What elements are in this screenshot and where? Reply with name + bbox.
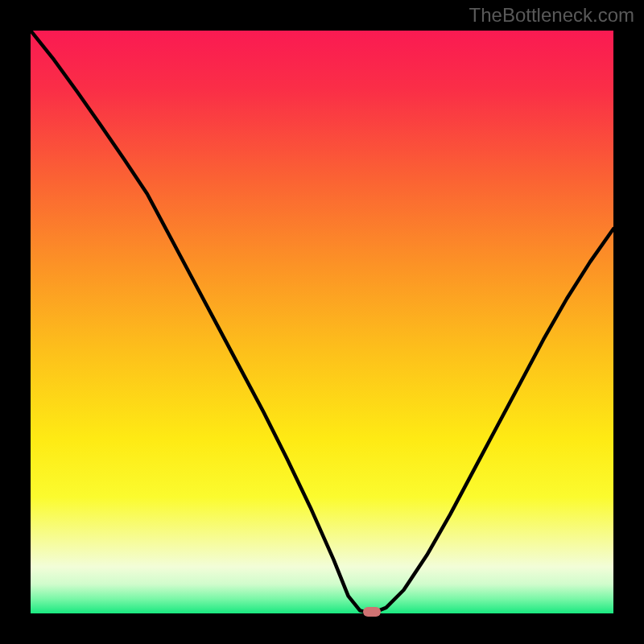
bottleneck-curve	[31, 31, 613, 613]
chart-plot-area	[31, 31, 613, 613]
watermark-text: TheBottleneck.com	[469, 4, 634, 27]
minimum-marker	[363, 607, 381, 617]
